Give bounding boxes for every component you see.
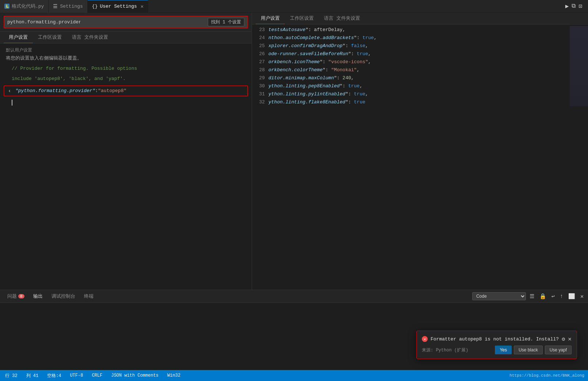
bottom-tabs: 问题 8 输出 调试控制台 终端 Code Log (Extension Hos… bbox=[0, 290, 588, 303]
right-tab-user[interactable]: 用户设置 bbox=[256, 13, 285, 24]
code-key-27: orkbench.iconTheme bbox=[268, 59, 320, 65]
settings-tab-workspace[interactable]: 工作区设置 bbox=[33, 32, 67, 43]
bottom-tab-output-label: 输出 bbox=[33, 293, 43, 300]
tab-bar: 🐍 格式化代码.py ☰ Settings {} User Settings ✕… bbox=[0, 0, 588, 13]
notification-message: Formatter autopep8 is not installed. Ins… bbox=[431, 336, 559, 342]
status-link[interactable]: https://blog.csdn.net/BNK_along bbox=[509, 373, 584, 378]
right-tab-workspace[interactable]: 工作区设置 bbox=[285, 13, 319, 24]
line-24: 24 bbox=[252, 34, 265, 42]
scroll-up-button[interactable]: ↑ bbox=[558, 293, 565, 300]
bottom-tab-output[interactable]: 输出 bbox=[29, 292, 47, 301]
code-val-29: 240 bbox=[343, 75, 351, 81]
python-icon: 🐍 bbox=[4, 4, 9, 9]
code-val-32: true bbox=[354, 99, 365, 105]
status-encoding[interactable]: UTF-8 bbox=[69, 373, 85, 378]
notification-header: ✕ Formatter autopep8 is not installed. I… bbox=[422, 335, 572, 343]
status-line-ending[interactable]: CRLF bbox=[91, 373, 104, 378]
status-format[interactable]: JSON with Comments bbox=[110, 373, 160, 378]
code-val-27: "vscode-icons" bbox=[328, 59, 368, 65]
right-code-content: testsAutosave": afterDelay, nthon.autoCo… bbox=[268, 26, 570, 106]
search-result-count[interactable]: 找到 1 个设置 bbox=[208, 18, 244, 26]
line-28: 28 bbox=[252, 66, 265, 74]
setting-value: "autopep8" bbox=[98, 87, 126, 95]
settings-hint: 将您的设置放入右侧编辑器以覆盖。 bbox=[6, 55, 246, 61]
use-yapf-button[interactable]: Use yapf bbox=[545, 346, 572, 354]
use-black-button[interactable]: Use black bbox=[514, 346, 543, 354]
notification-buttons: Yes Use black Use yapf bbox=[495, 346, 572, 354]
word-wrap-button[interactable]: ↩ bbox=[550, 292, 556, 301]
tab-settings[interactable]: ☰ Settings bbox=[49, 0, 87, 13]
bottom-toolbar: Code Log (Extension Host) Log (Main) ☰ 🔒… bbox=[472, 292, 585, 301]
maximize-panel-button[interactable]: ⬜ bbox=[567, 292, 577, 301]
line-30: 30 bbox=[252, 82, 265, 90]
code-comment-line1: // Provider for formatting. Possible opt… bbox=[0, 64, 252, 74]
notification-gear-icon[interactable]: ⚙ bbox=[562, 336, 565, 343]
settings-description: 默认用户设置 将您的设置放入右侧编辑器以覆盖。 bbox=[0, 43, 252, 64]
line-29: 29 bbox=[252, 74, 265, 82]
close-panel-button[interactable]: ✕ bbox=[579, 292, 585, 301]
setting-colon: : bbox=[95, 87, 98, 95]
code-row-30: ython.linting.pep8Enabled": true, bbox=[268, 82, 570, 90]
run-button[interactable]: ▶ bbox=[565, 3, 569, 10]
code-key-31: ython.linting.pylintEnabled bbox=[268, 91, 345, 97]
status-bar: 行 32 列 41 空格:4 UTF-8 CRLF JSON with Comm… bbox=[0, 370, 588, 381]
line-31: 31 bbox=[252, 90, 265, 98]
error-icon: ✕ bbox=[422, 336, 428, 342]
tab-label-format-py: 格式化代码.py bbox=[12, 3, 44, 9]
cursor-line bbox=[0, 98, 252, 107]
notification-close-icon[interactable]: ✕ bbox=[568, 335, 572, 343]
status-col[interactable]: 列 41 bbox=[25, 373, 40, 379]
code-comment-line2: include 'autopep8', 'black', and 'yapf'. bbox=[0, 74, 252, 84]
settings-tab-user[interactable]: 用户设置 bbox=[4, 32, 33, 43]
right-code-lines: 23 24 25 26 27 28 29 30 31 32 testsAutos… bbox=[252, 26, 588, 106]
status-spaces[interactable]: 空格:4 bbox=[46, 373, 62, 379]
settings-tab-language[interactable]: 语言 文件夹设置 bbox=[67, 32, 113, 43]
right-tab-language[interactable]: 语言 文件夹设置 bbox=[319, 13, 365, 24]
tab-close-icon[interactable]: ✕ bbox=[141, 3, 144, 9]
line-numbers: 23 24 25 26 27 28 29 30 31 32 bbox=[252, 26, 268, 106]
code-key-26: ode-runner.saveFileBeforeRun bbox=[268, 51, 348, 57]
code-rest-23: ": afterDelay, bbox=[305, 27, 345, 33]
layout-button[interactable]: ⊡ bbox=[579, 3, 582, 10]
code-row-32: ython.linting.flake8Enabled": true bbox=[268, 98, 570, 106]
code-row-31: ython.linting.pylintEnabled": true, bbox=[268, 90, 570, 98]
code-setting-line[interactable]: ‹ "python.formatting.provider" : "autope… bbox=[4, 85, 248, 96]
notification-footer: 来源: Python (扩展) Yes Use black Use yapf bbox=[422, 346, 572, 354]
bottom-tab-debug-label: 调试控制台 bbox=[51, 293, 75, 300]
code-row-26: ode-runner.saveFileBeforeRun": true, bbox=[268, 50, 570, 58]
line-26: 26 bbox=[252, 50, 265, 58]
code-row-28: orkbench.colorTheme": "Monokai", bbox=[268, 66, 570, 74]
clear-output-button[interactable]: ☰ bbox=[528, 292, 536, 301]
bottom-tab-terminal-label: 终端 bbox=[84, 293, 93, 300]
code-key-28: orkbench.colorTheme bbox=[268, 67, 322, 73]
output-channel-select[interactable]: Code Log (Extension Host) Log (Main) bbox=[472, 292, 526, 300]
tab-label-user-settings: User Settings bbox=[100, 4, 137, 9]
code-val-24: true bbox=[362, 35, 374, 41]
line-27: 27 bbox=[252, 58, 265, 66]
bottom-tab-terminal[interactable]: 终端 bbox=[80, 292, 98, 301]
bottom-tab-problems[interactable]: 问题 8 bbox=[3, 292, 29, 301]
status-row[interactable]: 行 32 bbox=[4, 373, 19, 379]
settings-tabs: 用户设置 工作区设置 语言 文件夹设置 bbox=[0, 32, 252, 43]
problems-badge: 8 bbox=[18, 294, 24, 298]
notification-source: 来源: Python (扩展) bbox=[422, 347, 468, 353]
search-input[interactable] bbox=[7, 19, 80, 25]
code-key-29: ditor.minimap.maxColumn bbox=[268, 75, 334, 81]
code-row-29: ditor.minimap.maxColumn": 240, bbox=[268, 74, 570, 82]
line-23: 23 bbox=[252, 26, 265, 34]
code-row-23: testsAutosave": afterDelay, bbox=[268, 26, 570, 34]
code-key-32: ython.linting.flake8Enabled bbox=[268, 99, 345, 105]
status-python[interactable]: Win32 bbox=[166, 373, 182, 378]
right-panel-tabs: 用户设置 工作区设置 语言 文件夹设置 bbox=[252, 13, 588, 24]
bottom-tab-debug[interactable]: 调试控制台 bbox=[47, 292, 80, 301]
json-icon: {} bbox=[92, 4, 98, 9]
search-bar: 找到 1 个设置 bbox=[0, 13, 252, 32]
code-val-31: true bbox=[354, 91, 365, 97]
install-yes-button[interactable]: Yes bbox=[495, 346, 512, 354]
tab-format-py[interactable]: 🐍 格式化代码.py bbox=[0, 0, 49, 13]
tab-user-settings[interactable]: {} User Settings ✕ bbox=[88, 0, 148, 13]
bottom-tab-problems-label: 问题 bbox=[7, 293, 17, 300]
lock-output-button[interactable]: 🔒 bbox=[538, 292, 548, 301]
code-row-24: nthon.autoComplete.addBrackets": true, bbox=[268, 34, 570, 42]
split-editor-button[interactable]: ⧉ bbox=[572, 3, 576, 10]
